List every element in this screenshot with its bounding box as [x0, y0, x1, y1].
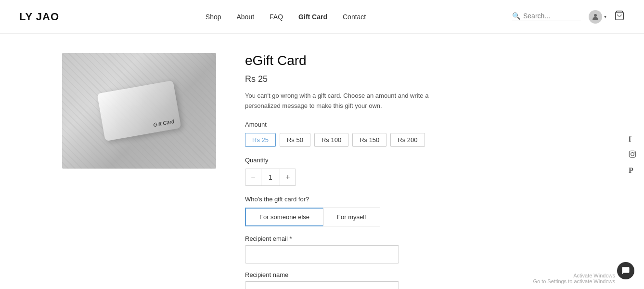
nav-contact[interactable]: Contact	[343, 13, 366, 21]
quantity-value: 1	[261, 169, 280, 185]
amount-label: Amount	[245, 121, 582, 128]
nav-about[interactable]: About	[237, 13, 255, 21]
recipient-name-input[interactable]	[245, 281, 399, 289]
quantity-increase-button[interactable]: +	[280, 169, 296, 185]
nav-gift-card[interactable]: Gift Card	[298, 13, 327, 21]
product-price: Rs 25	[245, 74, 582, 84]
activate-line2: Go to Settings to activate Windows	[533, 278, 615, 284]
user-menu[interactable]: ▾	[589, 10, 606, 24]
activate-windows-notice: Activate Windows Go to Settings to activ…	[533, 273, 615, 284]
header: LY JAO Shop About FAQ Gift Card Contact …	[0, 0, 644, 34]
chat-button[interactable]	[617, 262, 634, 279]
recipient-name-field: Recipient name	[245, 271, 582, 289]
activate-line1: Activate Windows	[533, 273, 615, 278]
product-image: Gift Card	[62, 53, 216, 169]
header-right: 🔍 ▾	[512, 10, 625, 24]
amount-btn-200[interactable]: Rs 200	[390, 133, 425, 147]
recipient-myself-button[interactable]: For myself	[323, 208, 380, 226]
recipient-someone-else-button[interactable]: For someone else	[245, 208, 323, 226]
svg-point-7	[631, 153, 634, 156]
facebook-icon[interactable]: f	[629, 135, 636, 144]
pinterest-icon[interactable]: P	[629, 166, 636, 175]
amount-btn-100[interactable]: Rs 100	[314, 133, 348, 147]
logo: LY JAO	[19, 11, 59, 23]
quantity-stepper: − 1 +	[245, 169, 296, 186]
main-nav: Shop About FAQ Gift Card Contact	[206, 13, 366, 21]
recipient-options: For someone else For myself	[245, 208, 582, 226]
instagram-icon[interactable]	[629, 150, 636, 159]
recipient-question: Who's the gift card for?	[245, 196, 582, 203]
search-input[interactable]	[523, 12, 581, 20]
recipient-email-label: Recipient email *	[245, 235, 582, 242]
amount-btn-25[interactable]: Rs 25	[245, 133, 276, 147]
search-icon: 🔍	[512, 12, 520, 20]
main-content: Gift Card eGift Card Rs 25 You can't go …	[33, 34, 611, 289]
social-icons: f P	[629, 135, 636, 175]
cart-icon[interactable]	[614, 10, 625, 23]
chat-icon	[621, 266, 630, 275]
search-box[interactable]: 🔍	[512, 12, 581, 21]
recipient-email-input[interactable]	[245, 245, 399, 263]
svg-rect-6	[629, 151, 635, 157]
recipient-email-field: Recipient email *	[245, 235, 582, 263]
recipient-name-label: Recipient name	[245, 271, 582, 278]
svg-point-8	[634, 152, 634, 153]
gift-card-label: Gift Card	[153, 118, 174, 128]
product-title: eGift Card	[245, 53, 582, 68]
quantity-decrease-button[interactable]: −	[245, 169, 261, 185]
user-avatar	[589, 10, 602, 24]
quantity-label: Quantity	[245, 157, 582, 164]
amount-btn-50[interactable]: Rs 50	[280, 133, 310, 147]
nav-faq[interactable]: FAQ	[270, 13, 283, 21]
product-description: You can't go wrong with a gift card. Cho…	[245, 91, 438, 111]
product-details: eGift Card Rs 25 You can't go wrong with…	[245, 53, 582, 289]
amount-btn-150[interactable]: Rs 150	[352, 133, 386, 147]
svg-point-0	[594, 14, 597, 17]
nav-shop[interactable]: Shop	[206, 13, 221, 21]
chevron-down-icon: ▾	[604, 14, 606, 19]
amount-options: Rs 25 Rs 50 Rs 100 Rs 150 Rs 200	[245, 133, 582, 147]
